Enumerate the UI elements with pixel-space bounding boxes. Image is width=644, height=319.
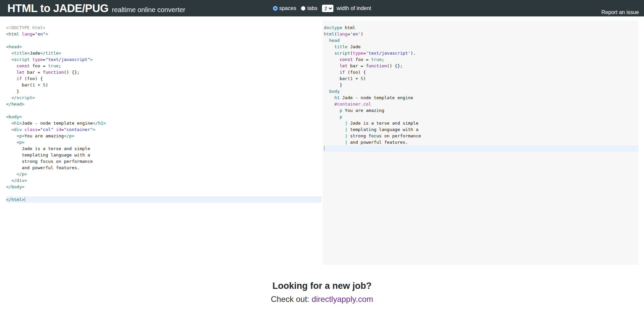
code-line[interactable]: const foo = true; xyxy=(324,56,638,63)
code-line[interactable]: <body> xyxy=(6,114,321,120)
code-token xyxy=(6,63,16,68)
code-line[interactable]: } xyxy=(324,82,638,88)
code-token: head xyxy=(329,38,340,43)
footer-headline: Looking for a new job? xyxy=(0,281,644,291)
indent-width-label: width of indent xyxy=(337,5,371,11)
spaces-radio[interactable] xyxy=(273,6,278,11)
code-line[interactable]: templating language with a xyxy=(6,152,321,158)
code-line[interactable]: h1 Jade - node template engine xyxy=(324,94,638,101)
code-line[interactable]: let bar = function() {}; xyxy=(6,69,321,75)
code-line[interactable]: and powerful features. xyxy=(6,165,321,171)
code-line[interactable]: <!DOCTYPE html> xyxy=(6,24,321,31)
code-token xyxy=(6,51,11,56)
code-token: function xyxy=(43,70,64,75)
code-line[interactable]: head xyxy=(324,37,638,44)
code-token: p xyxy=(340,114,342,119)
code-line[interactable]: | strong focus on performance xyxy=(324,133,638,139)
code-token: = xyxy=(38,127,40,132)
code-token xyxy=(324,114,340,119)
code-line[interactable]: p You are amazing xyxy=(324,107,638,114)
indent-width-select[interactable]: 2 xyxy=(322,5,334,12)
code-line[interactable]: <div class="col" id="container"> xyxy=(6,126,321,133)
code-token xyxy=(324,102,334,107)
code-line[interactable] xyxy=(6,107,321,114)
spaces-radio-label[interactable]: spaces xyxy=(279,5,296,11)
code-line[interactable]: body xyxy=(324,88,638,94)
code-line[interactable]: p xyxy=(324,114,638,120)
code-token: and powerful features. xyxy=(347,140,408,145)
code-line[interactable]: bar(1 + 5) xyxy=(6,82,321,88)
tabs-radio[interactable] xyxy=(301,6,306,11)
code-line[interactable]: bar(1 + 5) xyxy=(324,75,638,82)
html-input-editor[interactable]: <!DOCTYPE html><html lang="en"><head> <t… xyxy=(5,20,321,207)
code-line[interactable]: <html lang="en"> xyxy=(6,31,321,37)
code-token: strong focus on performance xyxy=(6,159,93,164)
code-line[interactable]: } xyxy=(6,88,321,94)
code-token xyxy=(6,127,11,132)
code-token xyxy=(324,127,345,132)
jade-output-editor[interactable]: doctype htmlhtml(lang='en') head title J… xyxy=(323,20,638,265)
code-line[interactable]: if (foo) { xyxy=(324,69,638,75)
footer-cta: Check out: directlyapply.com xyxy=(0,295,644,304)
code-token: () {}; xyxy=(387,63,403,68)
code-line[interactable]: <script type="text/javascript"> xyxy=(6,56,321,63)
code-line[interactable]: <p> xyxy=(6,139,321,145)
code-line[interactable]: doctype html xyxy=(324,24,638,31)
code-line[interactable]: </body> xyxy=(6,184,321,190)
code-line[interactable]: | templating language with a xyxy=(324,126,638,133)
code-line[interactable]: | and powerful features. xyxy=(324,139,638,145)
code-line[interactable]: <head> xyxy=(6,44,321,50)
app-subtitle: realtime online converter xyxy=(112,6,185,14)
code-token: + xyxy=(353,76,360,81)
code-token xyxy=(6,57,11,62)
code-line[interactable] xyxy=(324,145,638,152)
code-token: <p> xyxy=(16,133,24,138)
brand: HTML to JADE/PUG realtime online convert… xyxy=(7,2,185,15)
code-line[interactable]: script(type='text/javascript'). xyxy=(324,50,638,56)
code-line[interactable]: </div> xyxy=(6,177,321,184)
code-token: id xyxy=(56,127,61,132)
code-line[interactable]: let bar = function() {}; xyxy=(324,63,638,69)
code-token: ; xyxy=(382,57,384,62)
code-line[interactable]: </script> xyxy=(6,94,321,101)
code-token: bar = xyxy=(24,70,43,75)
report-issue-link[interactable]: Report an issue xyxy=(601,9,639,15)
code-token xyxy=(324,57,340,62)
code-token: ; xyxy=(59,63,61,68)
code-line[interactable]: if (foo) { xyxy=(6,75,321,82)
code-token: "en" xyxy=(35,31,45,37)
code-token xyxy=(324,89,329,94)
code-line[interactable]: </p> xyxy=(6,171,321,177)
code-token: "col" xyxy=(40,127,53,132)
code-token xyxy=(324,51,334,56)
code-line[interactable]: </head> xyxy=(6,101,321,107)
app-title: HTML to JADE/PUG xyxy=(7,2,108,15)
code-line[interactable]: strong focus on performance xyxy=(6,158,321,165)
code-line[interactable]: const foo = true; xyxy=(6,63,321,69)
code-line[interactable]: | Jade is a terse and simple xyxy=(324,120,638,126)
code-token: foo = xyxy=(353,57,371,62)
code-line[interactable]: title Jade xyxy=(324,44,638,50)
directlyapply-link[interactable]: directlyapply.com xyxy=(311,295,373,304)
code-token: </html> xyxy=(6,197,24,202)
code-token: title xyxy=(334,44,347,49)
code-line[interactable]: <h1>Jade - node template engine</h1> xyxy=(6,120,321,126)
code-token: <!DOCTYPE html> xyxy=(6,25,45,30)
code-line[interactable]: #container.col xyxy=(324,101,638,107)
code-token: ( xyxy=(334,31,337,37)
code-token: script xyxy=(334,51,350,56)
code-token xyxy=(6,178,11,183)
tabs-radio-label[interactable]: tabs xyxy=(307,5,317,11)
code-token xyxy=(324,121,345,126)
code-line[interactable]: </html> xyxy=(6,196,321,203)
code-line[interactable] xyxy=(6,190,321,196)
code-line[interactable]: <title>Jade</title> xyxy=(6,50,321,56)
code-line[interactable]: html(lang='en') xyxy=(324,31,638,37)
code-token xyxy=(6,140,16,145)
code-token: </script> xyxy=(11,95,35,100)
code-token: ) xyxy=(45,82,48,87)
code-line[interactable]: Jade is a terse and simple xyxy=(6,145,321,152)
code-line[interactable] xyxy=(6,37,321,44)
code-token: (foo) { xyxy=(345,70,366,75)
code-line[interactable]: <p>You are amazing</p> xyxy=(6,133,321,139)
